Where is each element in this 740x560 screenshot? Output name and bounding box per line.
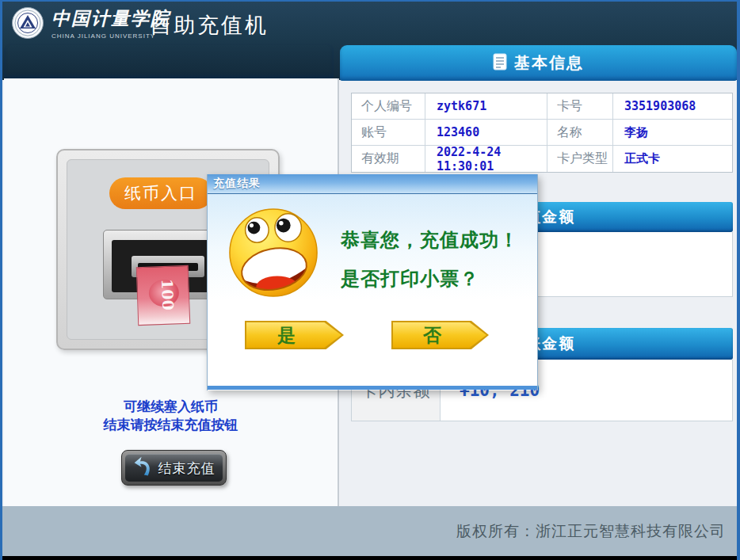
banknote-denomination: 100	[158, 279, 177, 310]
dialog-title-bar: 充值结果	[208, 174, 537, 194]
table-value-account: 123460	[425, 120, 547, 146]
print-yes-button[interactable]: 是	[245, 321, 344, 349]
table-label-personal-id: 个人编号	[352, 93, 425, 120]
table-label-validity: 有效期	[352, 146, 425, 172]
dialog-message-line-2: 是否打印小票？	[341, 266, 531, 291]
print-no-button[interactable]: 否	[391, 321, 489, 349]
basic-info-title: 基本信息	[514, 52, 584, 74]
end-recharge-button-face: 结束充值	[125, 454, 223, 482]
table-value-card-type: 正式卡	[613, 146, 732, 172]
banknote-image: 100	[136, 265, 191, 326]
curved-arrow-icon	[133, 456, 154, 480]
banknote-entrance-label: 纸币入口	[109, 177, 212, 209]
university-logo-icon	[12, 7, 44, 39]
copyright-footer: 版权所有：浙江正元智慧科技有限公司	[2, 506, 737, 556]
print-yes-label: 是	[246, 322, 341, 348]
end-recharge-label: 结束充值	[158, 459, 216, 478]
basic-info-table: 个人编号 zytk671 卡号 3351903068 账号 123460 名称 …	[351, 93, 733, 173]
print-no-label: 否	[393, 322, 486, 348]
table-value-validity: 2022-4-24 11:30:01	[425, 146, 547, 172]
dialog-body: 恭喜您，充值成功！ 是否打印小票？ 是 否	[208, 194, 537, 386]
table-label-card-no: 卡号	[547, 93, 613, 120]
end-recharge-button[interactable]: 结束充值	[121, 450, 227, 486]
continue-instructions: 可继续塞入纸币 结束请按结束充值按钮	[38, 398, 303, 434]
table-label-account: 账号	[352, 120, 425, 146]
document-icon	[493, 53, 507, 74]
table-label-name: 名称	[547, 120, 613, 146]
smiley-icon	[227, 204, 321, 307]
table-value-personal-id: zytk671	[425, 93, 547, 120]
left-section-bar	[4, 44, 334, 78]
page-title: 自助充值机	[150, 11, 269, 40]
bottom-bezel	[2, 556, 737, 560]
table-label-card-type: 卡户类型	[547, 146, 613, 172]
kiosk-screen: 中国计量学院 CHINA JILIANG UNIVERSITY 自助充值机 基本…	[0, 0, 740, 560]
dialog-message-line-1: 恭喜您，充值成功！	[341, 227, 531, 253]
instruction-line-1: 可继续塞入纸币	[38, 398, 303, 416]
dialog-bottom-border	[208, 386, 537, 390]
basic-info-header-bar: 基本信息	[340, 45, 737, 81]
instruction-line-2: 结束请按结束充值按钮	[38, 416, 303, 434]
table-value-name: 李扬	[613, 120, 732, 146]
recharge-result-dialog: 充值结果	[207, 174, 538, 390]
table-value-card-no: 3351903068	[613, 93, 732, 120]
